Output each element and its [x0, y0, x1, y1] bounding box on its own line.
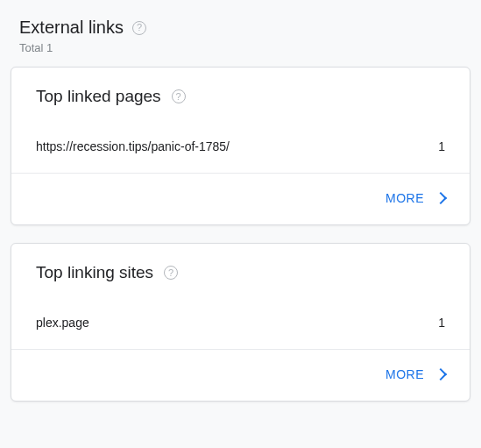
- chevron-right-icon: [435, 368, 447, 380]
- card-footer: More: [11, 174, 470, 224]
- page-title-row: External links ?: [19, 18, 462, 38]
- more-button[interactable]: More: [382, 188, 449, 209]
- card-title: Top linking sites: [36, 263, 153, 282]
- more-label: More: [386, 191, 424, 205]
- chevron-right-icon: [435, 192, 447, 204]
- card-top-linked-pages: Top linked pages ? https://recession.tip…: [11, 67, 470, 225]
- page-subtitle: Total 1: [19, 41, 462, 54]
- card-header: Top linked pages ?: [11, 68, 470, 125]
- linking-site-count: 1: [438, 316, 445, 330]
- card-footer: More: [11, 350, 470, 401]
- card-header: Top linking sites ?: [11, 244, 470, 302]
- table-row[interactable]: plex.page 1: [11, 302, 470, 350]
- more-button[interactable]: More: [382, 364, 449, 385]
- card-top-linking-sites: Top linking sites ? plex.page 1 More: [11, 243, 470, 402]
- linking-site-url: plex.page: [36, 316, 89, 330]
- help-icon[interactable]: ?: [164, 266, 178, 280]
- table-row[interactable]: https://recession.tips/panic-of-1785/ 1: [11, 125, 470, 174]
- more-label: More: [386, 367, 424, 381]
- help-icon[interactable]: ?: [132, 21, 146, 35]
- page-header: External links ? Total 1: [9, 9, 472, 67]
- help-icon[interactable]: ?: [172, 89, 186, 103]
- card-title: Top linked pages: [36, 87, 161, 106]
- linked-page-url: https://recession.tips/panic-of-1785/: [36, 139, 230, 153]
- linked-page-count: 1: [438, 139, 445, 153]
- page-title: External links: [19, 18, 124, 38]
